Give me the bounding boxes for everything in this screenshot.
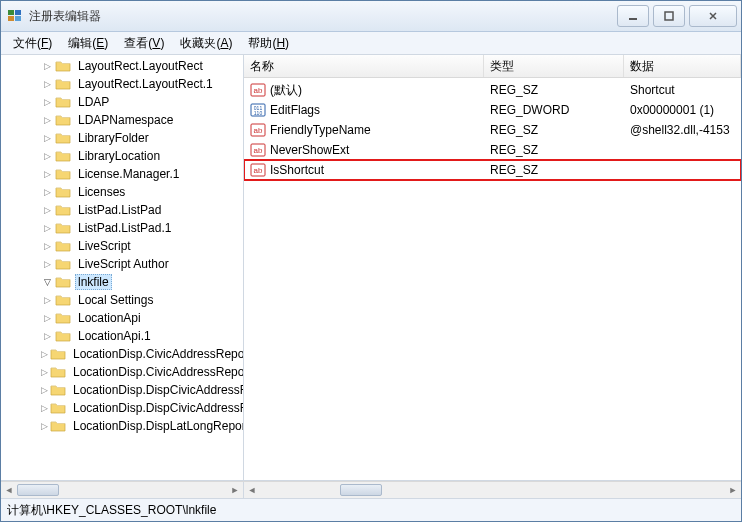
tree-item[interactable]: LDAPNamespace (1, 111, 243, 129)
expander-icon[interactable] (41, 222, 53, 234)
folder-icon (50, 418, 66, 434)
expander-icon[interactable] (41, 186, 53, 198)
column-header-type[interactable]: 类型 (484, 55, 624, 77)
folder-icon (55, 94, 71, 110)
folder-icon (50, 400, 66, 416)
value-type: REG_SZ (484, 163, 624, 177)
folder-icon (55, 310, 71, 326)
folder-icon (55, 148, 71, 164)
string-value-icon: ab (250, 142, 266, 158)
list-scroll-thumb[interactable] (340, 484, 382, 496)
svg-text:110: 110 (254, 110, 263, 116)
tree-item[interactable]: LiveScript Author (1, 255, 243, 273)
tree-item[interactable]: LocationDisp.CivicAddressReport (1, 345, 243, 363)
value-data: 0x00000001 (1) (624, 103, 741, 117)
tree-item[interactable]: LiveScript (1, 237, 243, 255)
folder-icon (55, 292, 71, 308)
value-name: IsShortcut (270, 163, 324, 177)
folder-icon (55, 58, 71, 74)
tree-item[interactable]: LayoutRect.LayoutRect.1 (1, 75, 243, 93)
expander-icon[interactable] (41, 78, 53, 90)
value-type: REG_SZ (484, 83, 624, 97)
expander-icon[interactable] (41, 60, 53, 72)
tree-scroll-right-button[interactable]: ► (227, 482, 243, 498)
expander-icon[interactable] (41, 366, 48, 378)
tree-pane[interactable]: LayoutRect.LayoutRectLayoutRect.LayoutRe… (1, 55, 244, 480)
column-header-name[interactable]: 名称 (244, 55, 484, 77)
tree-item[interactable]: LibraryLocation (1, 147, 243, 165)
expander-icon[interactable] (41, 240, 53, 252)
expander-icon[interactable] (41, 330, 53, 342)
folder-icon (55, 184, 71, 200)
tree-item-label: Licenses (75, 185, 128, 199)
tree-scroll-thumb[interactable] (17, 484, 59, 496)
expander-icon[interactable] (41, 420, 48, 432)
value-data: Shortcut (624, 83, 741, 97)
menu-help[interactable]: 帮助(H) (240, 33, 297, 54)
close-button[interactable] (689, 5, 737, 27)
expander-icon[interactable] (41, 384, 48, 396)
folder-icon (55, 220, 71, 236)
tree-scroll-left-button[interactable]: ◄ (1, 482, 17, 498)
tree-item[interactable]: LocationApi.1 (1, 327, 243, 345)
menu-file[interactable]: 文件(F) (5, 33, 60, 54)
values-list[interactable]: ab(默认)REG_SZShortcut011110EditFlagsREG_D… (244, 78, 741, 480)
statusbar-path: 计算机\HKEY_CLASSES_ROOT\lnkfile (7, 502, 216, 519)
string-value-icon: ab (250, 162, 266, 178)
maximize-button[interactable] (653, 5, 685, 27)
tree-item[interactable]: Local Settings (1, 291, 243, 309)
expander-icon[interactable] (41, 204, 53, 216)
expander-icon[interactable] (41, 348, 48, 360)
expander-icon[interactable] (41, 312, 53, 324)
tree-item[interactable]: LocationDisp.CivicAddressReport.1 (1, 363, 243, 381)
value-row[interactable]: 011110EditFlagsREG_DWORD0x00000001 (1) (244, 100, 741, 120)
expander-icon[interactable] (41, 132, 53, 144)
expander-icon[interactable] (41, 294, 53, 306)
svg-text:ab: ab (254, 126, 263, 135)
expander-icon[interactable] (41, 114, 53, 126)
folder-icon (50, 382, 66, 398)
titlebar: 注册表编辑器 (1, 1, 741, 32)
menu-view[interactable]: 查看(V) (116, 33, 172, 54)
tree-item-label: LDAP (75, 95, 112, 109)
tree-item-label: ListPad.ListPad.1 (75, 221, 174, 235)
tree-item-label: LocationDisp.CivicAddressReport (70, 347, 243, 361)
value-row[interactable]: ab(默认)REG_SZShortcut (244, 80, 741, 100)
svg-rect-0 (8, 10, 14, 15)
expander-icon[interactable] (41, 150, 53, 162)
tree-item[interactable]: Licenses (1, 183, 243, 201)
tree-item[interactable]: LocationApi (1, 309, 243, 327)
tree-item[interactable]: lnkfile (1, 273, 243, 291)
tree-item[interactable]: LDAP (1, 93, 243, 111)
expander-icon[interactable] (41, 168, 53, 180)
list-scrollbar[interactable] (260, 482, 725, 498)
value-row[interactable]: abNeverShowExtREG_SZ (244, 140, 741, 160)
registry-tree: LayoutRect.LayoutRectLayoutRect.LayoutRe… (1, 55, 243, 437)
tree-scrollbar[interactable] (17, 482, 227, 498)
values-header: 名称 类型 数据 (244, 55, 741, 78)
menu-favorites[interactable]: 收藏夹(A) (172, 33, 240, 54)
column-header-data[interactable]: 数据 (624, 55, 741, 77)
expander-icon[interactable] (41, 402, 48, 414)
tree-item[interactable]: LocationDisp.DispCivicAddressReport (1, 381, 243, 399)
tree-item[interactable]: LocationDisp.DispCivicAddressReport.1 (1, 399, 243, 417)
statusbar: 计算机\HKEY_CLASSES_ROOT\lnkfile (1, 498, 741, 521)
tree-item[interactable]: ListPad.ListPad.1 (1, 219, 243, 237)
tree-item[interactable]: LibraryFolder (1, 129, 243, 147)
value-data: @shell32.dll,-4153 (624, 123, 741, 137)
value-row[interactable]: abFriendlyTypeNameREG_SZ@shell32.dll,-41… (244, 120, 741, 140)
tree-item-label: LocationDisp.DispCivicAddressReport (70, 383, 243, 397)
menu-edit[interactable]: 编辑(E) (60, 33, 116, 54)
svg-rect-1 (15, 10, 21, 15)
expander-icon[interactable] (41, 96, 53, 108)
list-scroll-left-button[interactable]: ◄ (244, 482, 260, 498)
minimize-button[interactable] (617, 5, 649, 27)
tree-item[interactable]: LayoutRect.LayoutRect (1, 57, 243, 75)
tree-item[interactable]: License.Manager.1 (1, 165, 243, 183)
expander-icon[interactable] (41, 258, 53, 270)
tree-item[interactable]: LocationDisp.DispLatLongReport (1, 417, 243, 435)
expander-icon[interactable] (41, 276, 53, 288)
tree-item[interactable]: ListPad.ListPad (1, 201, 243, 219)
list-scroll-right-button[interactable]: ► (725, 482, 741, 498)
value-row[interactable]: abIsShortcutREG_SZ (244, 160, 741, 180)
